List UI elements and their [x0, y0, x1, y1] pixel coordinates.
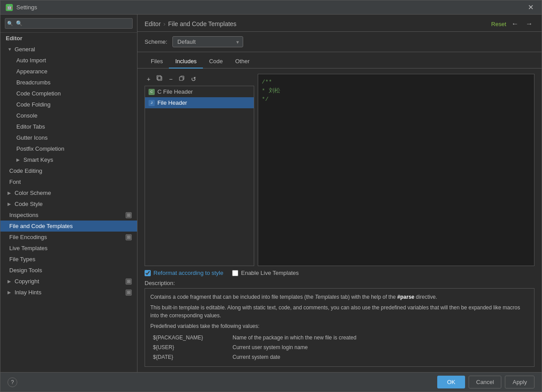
file-encodings-badge: ⊞	[126, 234, 132, 240]
sidebar-item-design-tools[interactable]: Design Tools	[0, 265, 137, 276]
reformat-label: Reformat according to style	[153, 270, 223, 276]
smart-keys-label: Smart Keys	[23, 156, 53, 163]
expand-arrow-inlay-hints: ▶	[8, 290, 14, 295]
revert-template-button[interactable]: ↺	[189, 74, 198, 84]
sidebar-item-auto-import[interactable]: Auto Import	[0, 55, 137, 66]
sidebar-item-console[interactable]: Console	[0, 110, 137, 121]
close-button[interactable]: ✕	[525, 2, 536, 12]
reformat-checkbox[interactable]	[145, 270, 151, 276]
design-tools-label: Design Tools	[9, 267, 42, 274]
sidebar-item-general[interactable]: ▼ General	[0, 44, 137, 55]
file-and-code-templates-label: File and Code Templates	[9, 223, 73, 229]
inspections-badge: ⊞	[126, 212, 132, 218]
sidebar-item-smart-keys[interactable]: ▶ Smart Keys	[0, 154, 137, 165]
sidebar-item-editor[interactable]: Editor	[0, 33, 137, 44]
sidebar-item-gutter-icons[interactable]: Gutter Icons	[0, 132, 137, 143]
sidebar-item-postfix-completion[interactable]: Postfix Completion	[0, 143, 137, 154]
tab-code[interactable]: Code	[203, 55, 229, 69]
code-folding-label: Code Folding	[16, 101, 50, 108]
apply-button[interactable]: Apply	[505, 376, 534, 388]
divider	[137, 52, 542, 52]
sidebar-item-color-scheme[interactable]: ▶ Color Scheme	[0, 187, 137, 198]
file-header-label: File Header	[157, 99, 187, 106]
sidebar-item-inspections[interactable]: Inspections ⊞	[0, 209, 137, 221]
file-types-label: File Types	[9, 256, 35, 263]
template-item-c-file-header[interactable]: C C File Header	[145, 86, 254, 97]
reset-button[interactable]: Reset	[491, 21, 506, 27]
settings-window: 🤖 Settings ✕ Editor ▼ General	[0, 0, 542, 392]
expand-arrow-color-scheme: ▶	[8, 190, 14, 195]
scheme-select[interactable]: Default Project	[172, 36, 243, 47]
svg-rect-2	[179, 77, 183, 80]
sidebar-item-inlay-hints[interactable]: ▶ Inlay Hints ⊞	[0, 287, 137, 298]
live-templates-checkbox-wrap[interactable]: Enable Live Templates	[232, 270, 299, 276]
variable-row-date: ${DATE} Current system date	[150, 352, 529, 362]
breadcrumb-parent: Editor	[145, 20, 161, 27]
tab-files[interactable]: Files	[145, 55, 169, 69]
live-templates-label: Enable Live Templates	[241, 270, 299, 276]
search-wrap	[5, 18, 133, 29]
auto-import-label: Auto Import	[16, 57, 46, 64]
expand-arrow-copyright: ▶	[8, 279, 14, 284]
code-editing-label: Code Editing	[9, 167, 42, 174]
scheme-select-wrap: Default Project	[172, 36, 243, 47]
sidebar-item-file-encodings[interactable]: File Encodings ⊞	[0, 232, 137, 243]
title-bar: 🤖 Settings ✕	[0, 0, 542, 15]
c-file-header-icon: C	[149, 89, 155, 95]
breadcrumbs-label: Breadcrumbs	[16, 79, 50, 86]
live-templates-checkbox[interactable]	[232, 270, 238, 276]
sidebar-item-code-editing[interactable]: Code Editing	[0, 165, 137, 176]
editor-options: Reformat according to style Enable Live …	[145, 266, 534, 280]
sidebar-item-code-completion[interactable]: Code Completion	[0, 88, 137, 99]
sidebar-item-appearance[interactable]: Appearance	[0, 66, 137, 77]
search-input[interactable]	[5, 18, 133, 29]
code-line-2: * 刘松	[262, 87, 531, 95]
sidebar-item-code-style[interactable]: ▶ Code Style	[0, 198, 137, 209]
ok-button[interactable]: OK	[437, 376, 465, 388]
svg-rect-0	[158, 76, 162, 80]
remove-template-button[interactable]: −	[167, 74, 175, 84]
file-header-icon: J	[149, 100, 155, 106]
scheme-label: Scheme:	[145, 38, 167, 45]
window-title: Settings	[16, 4, 525, 11]
var-name-user: ${USER}	[150, 343, 230, 352]
sidebar: Editor ▼ General Auto Import Appearance …	[0, 15, 137, 372]
breadcrumb: Editor › File and Code Templates	[145, 20, 237, 27]
file-encodings-label: File Encodings	[9, 234, 47, 240]
font-label: Font	[9, 179, 21, 185]
help-button[interactable]: ?	[8, 377, 17, 387]
add-template-button[interactable]: +	[145, 74, 153, 84]
template-list: C C File Header J File Header	[145, 86, 254, 266]
sidebar-item-code-folding[interactable]: Code Folding	[0, 99, 137, 110]
nav-back-button[interactable]: ←	[510, 19, 520, 29]
general-label: General	[15, 46, 35, 53]
reformat-checkbox-wrap[interactable]: Reformat according to style	[145, 270, 223, 276]
duplicate-template-button[interactable]	[176, 74, 187, 84]
sidebar-item-file-types[interactable]: File Types	[0, 254, 137, 265]
footer: ? OK Cancel Apply	[0, 372, 542, 392]
template-area: + − ↺ C	[145, 74, 534, 266]
copy-template-button[interactable]	[154, 74, 165, 84]
sidebar-tree: Editor ▼ General Auto Import Appearance …	[0, 33, 137, 372]
panel-body: + − ↺ C	[137, 69, 542, 372]
tab-includes[interactable]: Includes	[169, 55, 202, 69]
sidebar-item-editor-tabs[interactable]: Editor Tabs	[0, 121, 137, 132]
template-item-file-header[interactable]: J File Header	[145, 97, 254, 108]
sidebar-item-breadcrumbs[interactable]: Breadcrumbs	[0, 77, 137, 88]
right-panel: Editor › File and Code Templates Reset ←…	[137, 15, 542, 372]
tab-other[interactable]: Other	[229, 55, 256, 69]
cancel-button[interactable]: Cancel	[469, 376, 501, 388]
code-editor[interactable]: /** * 刘松 */	[258, 74, 534, 266]
breadcrumb-separator: ›	[164, 20, 166, 27]
code-completion-label: Code Completion	[16, 90, 61, 97]
template-list-panel: + − ↺ C	[145, 74, 254, 266]
variable-row-user: ${USER} Current user system login name	[150, 343, 529, 352]
code-line-3: */	[262, 95, 531, 104]
variables-table: ${PACKAGE_NAME} Name of the package in w…	[150, 333, 529, 362]
sidebar-item-live-templates[interactable]: Live Templates	[0, 243, 137, 254]
sidebar-item-font[interactable]: Font	[0, 176, 137, 187]
sidebar-item-file-and-code-templates[interactable]: File and Code Templates	[0, 221, 137, 232]
code-editor-panel: /** * 刘松 */	[258, 74, 534, 266]
sidebar-item-copyright[interactable]: ▶ Copyright ⊞	[0, 276, 137, 287]
nav-forward-button[interactable]: →	[524, 19, 534, 29]
